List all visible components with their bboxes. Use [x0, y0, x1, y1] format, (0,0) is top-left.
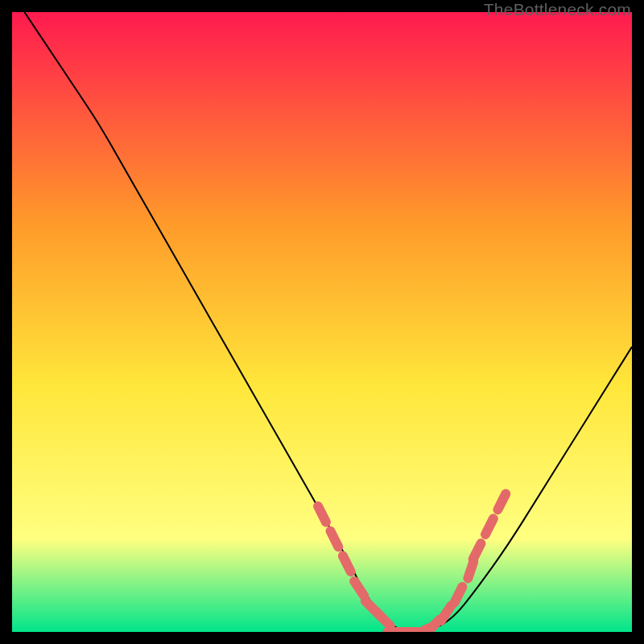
bottleneck-chart [12, 12, 632, 632]
chart-frame [12, 12, 632, 632]
gradient-background [12, 12, 632, 632]
watermark-text: TheBottleneck.com [484, 0, 631, 19]
